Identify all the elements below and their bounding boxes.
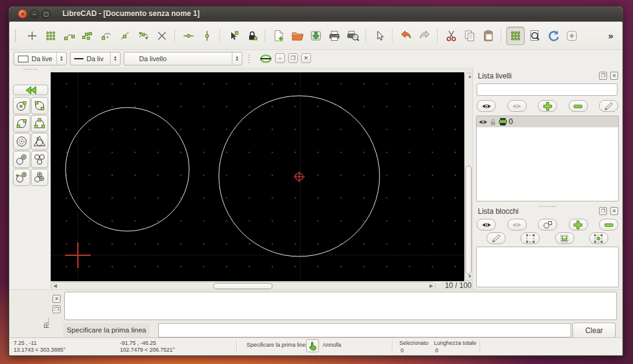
add-layer-button[interactable] <box>538 100 557 112</box>
new-document-button[interactable] <box>270 27 287 44</box>
lock-relative-zero-button[interactable] <box>244 27 261 44</box>
restrict-horizontal-button[interactable] <box>180 27 197 44</box>
edit-layer-button[interactable] <box>599 100 618 112</box>
vertical-scrollbar[interactable]: ▲ ▼ <box>464 72 473 281</box>
mdi-restore-button[interactable]: ❐ <box>288 53 298 63</box>
snap-intersection-button[interactable] <box>153 27 171 44</box>
command-dock-float-button[interactable]: ❐ <box>53 305 61 313</box>
snap-on-entity-button[interactable] <box>79 27 96 44</box>
remove-block-button[interactable] <box>599 219 618 231</box>
circle-concentric-button[interactable] <box>13 133 30 150</box>
clear-button[interactable]: Clear <box>572 323 616 338</box>
pen-width-select[interactable]: Da liv ▲▼ <box>70 52 121 66</box>
open-file-button[interactable] <box>289 27 306 44</box>
toolbar-overflow-button[interactable]: » <box>608 30 617 41</box>
scroll-down-icon[interactable]: ▼ <box>467 273 472 281</box>
toolbar-handle[interactable] <box>15 30 20 42</box>
create-block-button[interactable] <box>538 219 557 231</box>
show-all-layers-button[interactable] <box>477 100 496 112</box>
drawing-canvas[interactable] <box>51 72 464 281</box>
spinner-arrows[interactable]: ▲▼ <box>110 53 120 65</box>
block-panel-float-button[interactable]: ❐ <box>599 207 607 215</box>
block-panel-close-button[interactable]: ✕ <box>610 207 618 215</box>
layer-print-icon[interactable] <box>498 117 508 126</box>
scroll-up-icon[interactable]: ▲ <box>467 73 472 80</box>
circle-2-points-button[interactable] <box>31 97 48 114</box>
horizontal-scroll-thumb[interactable] <box>213 283 273 289</box>
pen-color-select[interactable]: Da live ▲▼ <box>14 52 67 66</box>
window-maximize-button[interactable]: ▢ <box>41 9 51 19</box>
command-history[interactable] <box>64 292 617 320</box>
command-dock-label: Ri... <box>43 320 64 328</box>
snap-intersection-manual-icon <box>137 30 150 42</box>
dock-handle[interactable] <box>23 69 37 70</box>
rename-block-button[interactable] <box>589 232 608 244</box>
command-prompt-label: Specificare la prima linea <box>63 323 150 337</box>
window-minimize-button[interactable]: – <box>30 9 39 19</box>
eye-icon <box>482 103 491 110</box>
command-dock: ✕ ❐ Ri... Specificare la prima linea Cle… <box>10 289 622 338</box>
remove-layer-button[interactable] <box>569 100 588 112</box>
redo-button[interactable] <box>416 27 433 44</box>
copy-button[interactable] <box>461 27 478 44</box>
layer-panel-float-button[interactable]: ❐ <box>599 72 607 80</box>
ubuntu-desktop: ✕ – ▢ LibreCAD - [Documento senza nome 1… <box>0 0 633 364</box>
show-all-blocks-button[interactable] <box>477 219 496 231</box>
print-preview-button[interactable] <box>344 27 362 44</box>
undo-button[interactable] <box>397 27 415 44</box>
toolbar-separator <box>219 30 221 42</box>
hide-all-layers-button[interactable] <box>508 100 527 112</box>
save-block-button[interactable] <box>555 232 574 244</box>
cut-button[interactable] <box>443 27 460 44</box>
main-toolbar: » <box>10 22 622 50</box>
grid-toggle-button[interactable] <box>506 27 525 45</box>
mdi-close-button[interactable]: ✕ <box>301 53 311 63</box>
circle-concentric-icon <box>15 135 28 148</box>
hide-all-blocks-button[interactable] <box>508 219 527 231</box>
toolbar-separator <box>392 30 394 42</box>
add-block-button[interactable] <box>569 219 588 231</box>
zoom-preview-button[interactable] <box>526 27 543 44</box>
mdi-minimize-button[interactable]: – <box>275 53 285 63</box>
draft-toggle-icon[interactable] <box>260 53 272 65</box>
layer-visible-icon[interactable] <box>478 119 488 125</box>
set-relative-zero-button[interactable] <box>225 27 242 44</box>
vertical-scroll-thumb[interactable] <box>465 166 472 274</box>
snap-middle-button[interactable] <box>116 27 134 44</box>
layer-row[interactable]: 0 <box>477 116 618 127</box>
zoom-panel-button[interactable] <box>563 27 580 44</box>
pen-linetype-select[interactable]: Da livello ▲▼ <box>124 52 242 66</box>
restrict-vertical-button[interactable] <box>198 27 216 44</box>
layer-panel-close-button[interactable]: ✕ <box>610 72 618 80</box>
command-input[interactable] <box>158 323 571 337</box>
command-dock-close-button[interactable]: ✕ <box>53 295 61 303</box>
spinner-arrows[interactable]: ▲▼ <box>56 53 66 65</box>
circle-inscribed-button[interactable] <box>31 133 48 150</box>
circle-tangent-circles-button[interactable] <box>31 169 48 186</box>
circle-tangent-2-button[interactable] <box>13 151 30 168</box>
window-close-button[interactable]: ✕ <box>18 9 27 19</box>
paste-button[interactable] <box>480 27 497 44</box>
spinner-arrows[interactable]: ▲▼ <box>232 53 242 65</box>
save-file-button[interactable] <box>307 27 325 44</box>
snap-endpoint-button[interactable] <box>61 27 78 44</box>
snap-grid-button[interactable] <box>42 27 59 44</box>
circle-center-point-button[interactable] <box>13 97 30 114</box>
titlebar[interactable]: ✕ – ▢ LibreCAD - [Documento senza nome 1… <box>9 7 622 22</box>
insert-block-button[interactable] <box>520 232 540 244</box>
circle-3-points-button[interactable] <box>31 115 48 132</box>
layer-lock-icon[interactable] <box>489 118 497 126</box>
circle-tangent-3-button[interactable] <box>31 151 48 168</box>
select-pointer-button[interactable] <box>371 27 388 44</box>
redraw-button[interactable] <box>545 27 562 44</box>
print-button[interactable] <box>326 27 343 44</box>
snap-intersection-manual-button[interactable] <box>135 27 152 44</box>
circle-tangent-2-radius-button[interactable] <box>13 169 30 186</box>
snap-free-button[interactable] <box>23 27 41 44</box>
back-button[interactable] <box>13 85 48 95</box>
circle-2-points-radius-button[interactable] <box>13 115 30 132</box>
layer-filter-input[interactable] <box>477 83 618 96</box>
edit-block-button[interactable] <box>486 232 506 244</box>
snap-center-button[interactable] <box>98 27 115 44</box>
block-list[interactable] <box>476 247 619 287</box>
